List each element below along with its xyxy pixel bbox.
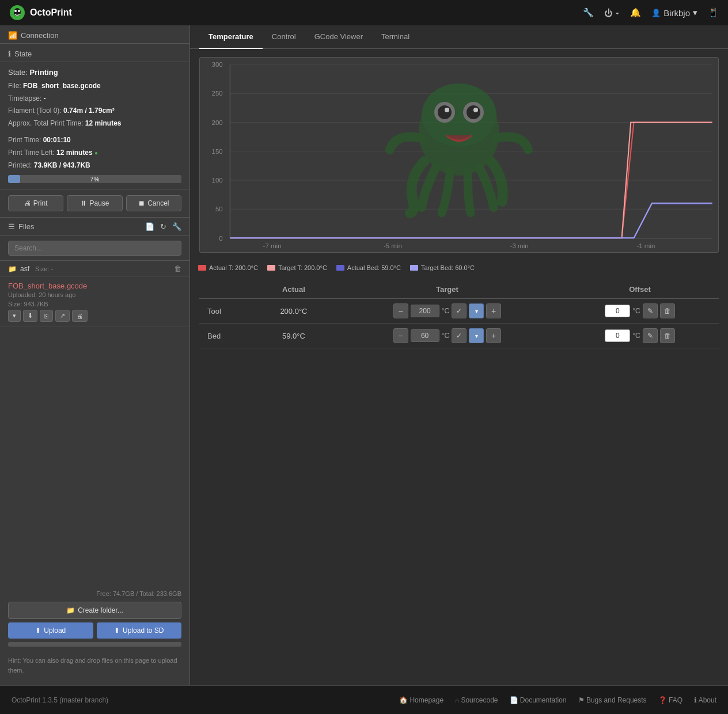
footer-faq[interactable]: ❓ FAQ [658,696,682,704]
cancel-button[interactable]: ⏹ Cancel [126,195,181,211]
bed-offset-input[interactable] [605,329,630,342]
file-copy-btn[interactable]: ⎘ [40,310,53,322]
svg-text:-5 min: -5 min [384,242,402,249]
temperature-chart: 300 250 200 150 100 50 0 -7 min -5 min -… [199,57,719,253]
svg-text:0: 0 [219,235,222,242]
print-time: Print Time: 00:01:10 [8,134,181,147]
tool-actual: 200.0°C [254,299,333,324]
upload-actions: 📁 Create folder... ⬆ Upload ⬆ Upload to … [0,602,189,651]
footer-documentation[interactable]: 📄 Documentation [510,696,567,704]
storage-text: Free: 74.7GB / Total: 233.6GB [96,590,181,597]
svg-point-2 [14,10,17,12]
progress-label: 7% [8,175,181,183]
file-move-btn[interactable]: ↗ [55,310,70,322]
tool-target-minus[interactable]: − [393,303,408,318]
filament-value: 0.74m / 1.79cm³ [63,107,115,115]
footer-sourcecode[interactable]: ⑃ Sourcecode [455,696,498,704]
username: Birkbjo [663,8,690,18]
active-file-name[interactable]: FOB_short_base.gcode [8,282,181,290]
footer-homepage[interactable]: 🏠 Homepage [399,696,443,704]
col-header-offset: Offset [561,280,719,299]
tool-offset-edit[interactable]: ✎ [643,303,658,318]
brand-name: OctoPrint [30,7,72,18]
create-folder-button[interactable]: 📁 Create folder... [8,602,181,619]
file-print-btn[interactable]: 🖨 [72,310,88,322]
legend-target-bed: Target Bed: 60.0°C [410,264,475,271]
tab-control[interactable]: Control [263,25,305,49]
bell-icon[interactable]: 🔔 [630,7,641,18]
refresh-icon[interactable]: ↻ [160,222,166,231]
mobile-icon[interactable]: 📱 [708,7,719,18]
settings-icon[interactable]: 🔧 [172,222,181,231]
search-input[interactable] [8,241,181,256]
info-icon: ℹ [8,50,11,58]
bed-actual: 59.0°C [254,324,333,348]
print-button[interactable]: 🖨 Print [8,195,63,211]
file-action-dropdown[interactable]: ▾ [8,310,21,322]
footer-version: OctoPrint 1.3.5 (master branch) [12,696,108,704]
tab-terminal[interactable]: Terminal [372,25,419,49]
new-file-icon[interactable]: 📄 [145,222,154,231]
legend-label-target-bed: Target Bed: 60.0°C [421,264,475,271]
bed-target-plus[interactable]: + [486,328,501,343]
file-download-btn[interactable]: ⬇ [23,310,37,322]
print-time-left: Print Time Left: 12 minutes ● [8,147,181,159]
tab-gcode-viewer[interactable]: GCode Viewer [305,25,372,49]
tool-target-input[interactable] [411,305,439,317]
footer-bugs[interactable]: ⚑ Bugs and Requests [578,696,647,704]
col-header-actual: Actual [254,280,333,299]
upload-sd-button[interactable]: ⬆ Upload to SD [97,622,182,639]
pause-icon: ⏸ [80,199,87,207]
file-item-active: FOB_short_base.gcode Uploaded: 20 hours … [0,277,189,327]
tool-offset-delete[interactable]: 🗑 [660,303,675,318]
svg-text:200: 200 [212,119,223,126]
wrench-icon[interactable]: 🔧 [583,7,594,18]
state-header: ℹ State [0,44,189,62]
svg-point-11 [473,108,478,112]
col-header-label [199,280,254,299]
brand: OctoPrint [9,5,72,21]
tab-temperature[interactable]: Temperature [199,25,263,49]
search-box [0,236,189,261]
tool-label: Tool [199,299,254,324]
bed-offset-edit[interactable]: ✎ [643,328,658,343]
tool-offset-control: °C ✎ 🗑 [569,303,711,318]
files-icon: ☰ [8,222,15,231]
tool-target-confirm[interactable]: ✓ [452,303,467,318]
power-icon[interactable]: ⏻ ▾ [604,8,620,18]
octoprint-logo [9,5,25,21]
user-menu[interactable]: Birkbjo ▾ [651,7,697,18]
tool-offset-input[interactable] [605,305,630,317]
svg-text:250: 250 [212,90,223,97]
state-header-label: State [14,50,32,58]
upload-label: Upload [44,626,66,635]
pause-button[interactable]: ⏸ Pause [67,195,122,211]
svg-point-10 [445,108,449,112]
timelapse-info: Timelapse: - [8,93,181,105]
legend-target-tool: Target T: 200.0°C [267,264,327,271]
active-file-size: Size: 943.7KB [8,301,181,307]
tool-target-plus[interactable]: + [486,303,501,318]
bed-target-minus[interactable]: − [393,328,408,343]
main-layout: 📶 Connection ℹ State State: Printing Fil… [0,25,728,685]
print-times: Print Time: 00:01:10 Print Time Left: 12… [8,134,181,172]
bed-target-confirm[interactable]: ✓ [452,328,467,343]
tool-target-dropdown[interactable]: ▾ [469,303,484,318]
svg-point-8 [438,105,452,119]
bed-target-input[interactable] [411,329,439,342]
progress-bar: 7% [8,175,181,183]
bed-target-dropdown[interactable]: ▾ [469,328,484,343]
folder-delete-btn[interactable]: 🗑 [174,264,181,273]
print-time-left-value: 12 minutes [56,149,93,157]
tool-target-unit: °C [442,307,449,315]
bed-offset-delete[interactable]: 🗑 [660,328,675,343]
svg-text:100: 100 [212,177,223,184]
svg-text:-7 min: -7 min [263,242,282,249]
state-info: File: FOB_short_base.gcode Timelapse: - … [8,80,181,130]
topnav-actions: 🔧 ⏻ ▾ 🔔 Birkbjo ▾ 📱 [583,7,719,18]
footer-about[interactable]: ℹ About [694,696,716,704]
upload-button[interactable]: ⬆ Upload [8,622,93,639]
folder-create-icon: 📁 [66,606,75,614]
upload-sd-label: Upload to SD [123,626,164,635]
print-time-value: 00:01:10 [43,136,71,144]
